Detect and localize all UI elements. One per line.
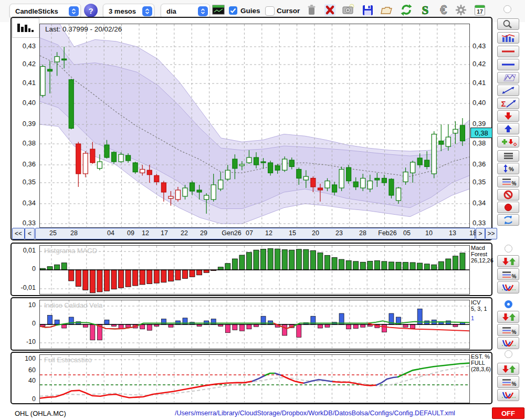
- stoch-radio[interactable]: [505, 350, 512, 358]
- toolbar-save-floppy-button[interactable]: [360, 3, 376, 18]
- date-axis-strip[interactable]: 2528040912172229Gen26071215202328Feb2605…: [35, 228, 475, 239]
- interval-select[interactable]: dia: [161, 4, 210, 18]
- tool-sum-trend-button[interactable]: Σ: [497, 98, 519, 109]
- macd-bar: [97, 270, 102, 292]
- scroll-left-fast-button[interactable]: <<: [12, 228, 25, 239]
- red-line-icon: [498, 46, 519, 57]
- scroll-right-fast-button[interactable]: >>: [485, 228, 497, 239]
- toolbar-refresh-button[interactable]: [399, 3, 415, 18]
- tool-red-line-button[interactable]: [497, 46, 519, 57]
- icv-bar: [318, 324, 322, 328]
- trash-icon: [304, 3, 319, 17]
- tool-triple-lines-button[interactable]: [497, 150, 519, 162]
- svg-text:%: %: [512, 181, 517, 186]
- price-tick-right: 0,35: [472, 178, 494, 186]
- gear-icon: [454, 3, 468, 17]
- tool-sync-button[interactable]: [497, 214, 519, 226]
- stochastic-main-line: [281, 375, 304, 383]
- icv-radio[interactable]: [505, 300, 512, 308]
- macd-bar: [460, 253, 465, 270]
- macd-bar: [417, 263, 423, 270]
- svg-text:17: 17: [477, 8, 483, 15]
- tool-arrow-up-blue-button[interactable]: [497, 123, 519, 134]
- tool-range-percent-button[interactable]: %: [497, 163, 519, 174]
- stoch-tick: 0: [9, 395, 36, 403]
- toolbar-camera-button[interactable]: [341, 3, 356, 18]
- toolbar-download-s-button[interactable]: S: [418, 3, 434, 18]
- scroll-left-button[interactable]: <: [25, 228, 35, 239]
- tool-levels-percent-button[interactable]: %: [497, 176, 519, 187]
- macd-wave-button[interactable]: [497, 281, 519, 293]
- symbol-label: OHL (OHLA.MC): [15, 410, 66, 417]
- toolbar-delete-x-button[interactable]: [322, 3, 338, 18]
- candle: [175, 190, 180, 200]
- macd-radio[interactable]: [505, 245, 512, 253]
- icv-title: Indice Calidad Vela: [44, 301, 102, 309]
- tool-disable-button[interactable]: [497, 189, 519, 201]
- stoch-wave-button[interactable]: [497, 389, 519, 401]
- icv-chart[interactable]: [39, 300, 470, 349]
- icv-bar: [239, 324, 244, 331]
- toolbar-euro-button[interactable]: €: [436, 3, 452, 18]
- macd-levels-percent-button[interactable]: %: [497, 268, 519, 280]
- help-icon[interactable]: ?: [84, 4, 98, 17]
- icv-tick: -10: [9, 338, 36, 345]
- config-path-link[interactable]: /Users/mserra/Library/CloudStorage/Dropb…: [142, 410, 488, 417]
- candlestick-chart[interactable]: [39, 24, 470, 228]
- tool-trend-arrow-button[interactable]: [497, 85, 519, 96]
- tool-blue-line-button[interactable]: [497, 59, 519, 70]
- period-select[interactable]: 3 mesos: [103, 4, 154, 18]
- candle: [183, 188, 187, 196]
- tool-zoom-button[interactable]: [497, 18, 519, 30]
- chart-type-select[interactable]: CandleSticks: [9, 4, 81, 18]
- candle: [389, 179, 394, 195]
- macd-tick: -0,01: [9, 284, 36, 291]
- candle: [361, 178, 365, 188]
- price-tick-left: 0,38: [9, 139, 36, 147]
- macd-bar: [125, 270, 131, 287]
- toolbar-calendar-button[interactable]: 17: [472, 3, 488, 18]
- save-floppy-icon: [360, 3, 375, 17]
- candle: [40, 67, 45, 96]
- chart-window-icon[interactable]: [212, 5, 225, 16]
- guies-checkbox[interactable]: [229, 6, 237, 15]
- tool-add-marker-button[interactable]: [497, 136, 519, 148]
- toolbar-radio[interactable]: [503, 5, 511, 13]
- toolbar-gear-button[interactable]: [454, 3, 469, 18]
- tool-arrow-down-red-button[interactable]: [497, 110, 519, 122]
- candle: [375, 178, 380, 180]
- arrow-down-red-icon: [498, 111, 519, 121]
- stochastic-chart[interactable]: [39, 354, 470, 403]
- icv-trend-arrows-button[interactable]: [497, 311, 519, 323]
- cursor-checkbox[interactable]: [265, 6, 275, 16]
- stoch-trend-arrows-button[interactable]: [497, 363, 519, 375]
- tool-volume-chart-button[interactable]: [497, 32, 519, 44]
- macd-bar: [353, 261, 359, 270]
- macd-bar: [133, 270, 138, 286]
- scroll-right-button[interactable]: >: [476, 228, 485, 239]
- macd-chart[interactable]: [39, 245, 470, 295]
- macd-param-line: Macd: [471, 245, 493, 251]
- icv-wave-button[interactable]: [497, 337, 519, 349]
- price-tick-right: 0,42: [472, 60, 494, 68]
- levels-percent-icon: %: [498, 377, 519, 387]
- toolbar-open-folder-button[interactable]: [379, 3, 395, 18]
- chart-style-button[interactable]: [12, 18, 39, 38]
- off-button[interactable]: OFF: [492, 407, 524, 419]
- stoch-levels-percent-button[interactable]: %: [497, 376, 519, 388]
- macd-bar: [90, 270, 95, 293]
- date-label: 15: [280, 229, 305, 237]
- macd-bar: [246, 253, 251, 270]
- tool-zigzag-channel-button[interactable]: [497, 72, 519, 83]
- toolbar-trash-button[interactable]: [304, 3, 320, 18]
- candle: [303, 176, 308, 180]
- icv-levels-percent-button[interactable]: %: [497, 324, 519, 336]
- macd-trend-arrows-button[interactable]: [497, 255, 519, 267]
- price-tick-right: 0,39: [472, 120, 494, 128]
- candle: [439, 141, 444, 144]
- tool-record-button[interactable]: [497, 202, 519, 213]
- candle: [460, 125, 465, 141]
- levels-percent-icon: %: [498, 176, 519, 187]
- candle: [268, 163, 273, 173]
- icv-bar: [353, 324, 358, 329]
